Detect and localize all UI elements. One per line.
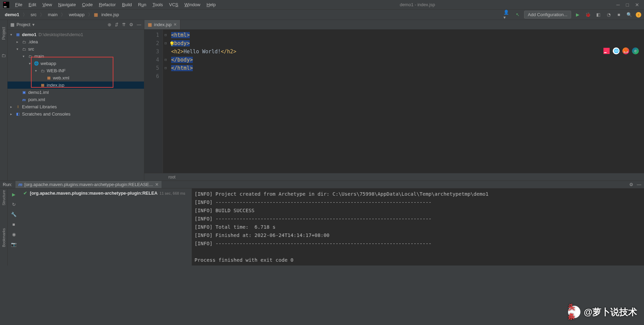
editor-breadcrumb[interactable]: root <box>144 173 644 181</box>
crumb-main[interactable]: main <box>46 11 59 18</box>
tree-src[interactable]: ▾🗀src <box>8 45 144 53</box>
watermark-logo-icon: 头条 <box>568 306 580 318</box>
maven-icon: m <box>18 182 22 187</box>
expand-all-icon[interactable]: ⇵ <box>115 22 119 27</box>
code-editor[interactable]: 123 456 ⊟⊟⊟⊟ 💡 <html> <body> <h2>Hello W… <box>144 30 644 173</box>
watermark: 头条 @萝卜说技术 <box>568 306 637 318</box>
run-tab[interactable]: m [org.apache.maven.plugins:maven-archet… <box>15 181 161 188</box>
intention-bulb-icon[interactable]: 💡 <box>169 40 175 48</box>
stop-run-icon[interactable]: ■ <box>12 222 15 227</box>
folder-icon[interactable]: 🗀 <box>1 53 6 58</box>
firefox-icon[interactable]: 🦊 <box>622 47 629 54</box>
breadcrumb: demo1〉 src〉 main〉 webapp〉 ▦ index.jsp <box>3 11 121 18</box>
navigation-bar: demo1〉 src〉 main〉 webapp〉 ▦ index.jsp 👤▾… <box>0 10 644 20</box>
tree-idea[interactable]: ▸🗀.idea <box>8 38 144 45</box>
run-hide-icon[interactable]: — <box>637 182 641 187</box>
tree-scratches[interactable]: ▸◧Scratches and Consoles <box>8 110 144 118</box>
collapse-all-icon[interactable]: ⇈ <box>122 22 126 27</box>
line-gutter: 123 456 <box>144 30 163 173</box>
menu-code[interactable]: Code <box>79 1 96 9</box>
window-controls: ─ □ ✕ <box>617 2 644 8</box>
user-icon[interactable]: 👤▾ <box>503 11 511 19</box>
run-icon[interactable]: ▶ <box>574 11 581 19</box>
jsp-file-icon: ▦ <box>148 22 152 27</box>
debug-icon[interactable]: 🐞 <box>584 11 592 19</box>
svg-rect-4 <box>604 52 607 53</box>
main-menu: FFileile Edit View Navigate Code Refacto… <box>12 1 219 9</box>
tree-webinf[interactable]: ▾🗀WEB-INF <box>8 67 144 74</box>
menu-tools[interactable]: Tools <box>150 1 166 9</box>
updates-icon[interactable]: ↑ <box>636 12 641 18</box>
project-panel-title[interactable]: ▦ Project ▾ <box>10 22 35 27</box>
profile-icon[interactable]: ◔ <box>605 11 612 19</box>
svg-rect-1 <box>4 2 6 3</box>
app-logo-icon <box>3 1 10 8</box>
minimize-button[interactable]: ─ <box>617 2 620 8</box>
editor-floating-icons: 🌐 🦊 e <box>603 47 639 54</box>
run-tool-window: Run: m [org.apache.maven.plugins:maven-a… <box>0 181 644 263</box>
tree-iml[interactable]: ▣demo1.iml <box>8 89 144 96</box>
project-icon: ▦ <box>10 22 14 27</box>
menu-navigate[interactable]: Navigate <box>55 1 78 9</box>
editor-area: ▦ index.jsp ✕ 123 456 ⊟⊟⊟⊟ 💡 <html> <bod… <box>144 20 644 181</box>
wrench-icon[interactable]: 🔧 <box>11 212 16 217</box>
menu-edit[interactable]: Edit <box>26 1 39 9</box>
menu-build[interactable]: Build <box>119 1 135 9</box>
rerun-arrow-icon[interactable]: ↻ <box>12 202 16 207</box>
title-bar: FFileile Edit View Navigate Code Refacto… <box>0 0 644 10</box>
maximize-button[interactable]: □ <box>626 2 629 8</box>
left-bottom-rail: Structure Bookmarks <box>0 181 8 240</box>
project-tree: ▾▦demo1D:\desktop\test\demo1 ▸🗀.idea ▾🗀s… <box>8 30 144 119</box>
editor-tab-indexjsp[interactable]: ▦ index.jsp ✕ <box>144 20 180 29</box>
console-output[interactable]: [INFO] Project created from Archetype in… <box>192 188 644 266</box>
tree-main[interactable]: ▾🗀main <box>8 53 144 60</box>
crumb-webapp[interactable]: webapp <box>67 11 87 18</box>
tree-indexjsp[interactable]: ▦index.jsp <box>8 82 144 89</box>
left-rail: Project 🗀 <box>0 20 8 181</box>
settings-icon[interactable]: ⚙ <box>129 22 133 27</box>
tree-pom[interactable]: mpom.xml <box>8 96 144 103</box>
rerun-icon[interactable]: ▶ <box>12 192 15 197</box>
intellij-icon[interactable] <box>603 47 610 54</box>
run-settings-icon[interactable]: ⚙ <box>629 182 633 187</box>
run-toolbar: ▶ ↻ 🔧 ■ ◉ 📷 <box>8 188 20 266</box>
svg-rect-2 <box>4 7 7 7</box>
crumb-indexjsp[interactable]: index.jsp <box>99 11 121 18</box>
coverage-icon[interactable]: ◧ <box>595 11 602 19</box>
tree-external-libs[interactable]: ▸⫴External Libraries <box>8 103 144 110</box>
camera-icon[interactable]: 📷 <box>11 242 16 247</box>
menu-run[interactable]: Run <box>135 1 149 9</box>
success-check-icon: ✔ <box>23 191 27 196</box>
tree-root[interactable]: ▾▦demo1D:\desktop\test\demo1 <box>8 31 144 38</box>
select-opened-icon[interactable]: ⊕ <box>108 22 111 27</box>
menu-refactor[interactable]: Refactor <box>96 1 119 9</box>
close-tab-icon[interactable]: ✕ <box>174 22 177 27</box>
menu-window[interactable]: Window <box>182 1 203 9</box>
stop-icon[interactable]: ■ <box>615 11 623 19</box>
menu-vcs[interactable]: VCS <box>166 1 181 9</box>
edge-icon[interactable]: e <box>632 47 639 54</box>
window-title: demo1 - index.jsp <box>219 2 617 7</box>
dump-icon[interactable]: ◉ <box>12 232 16 237</box>
search-icon[interactable]: 🔍 <box>625 11 633 19</box>
chrome-icon[interactable]: 🌐 <box>613 47 620 54</box>
project-tool-window: ▦ Project ▾ ⊕ ⇵ ⇈ ⚙ — ▾▦demo1D:\desktop\… <box>8 20 144 181</box>
menu-file[interactable]: FFileile <box>12 1 25 9</box>
svg-rect-3 <box>603 48 610 54</box>
fold-gutter: ⊟⊟⊟⊟ <box>163 30 168 173</box>
hide-icon[interactable]: — <box>137 22 141 27</box>
chevron-down-icon[interactable]: ▾ <box>32 22 35 27</box>
hammer-icon[interactable]: ↖ <box>514 11 521 19</box>
menu-help[interactable]: Help <box>204 1 219 9</box>
crumb-src[interactable]: src <box>29 11 38 18</box>
add-configuration-button[interactable]: Add Configuration... <box>524 11 571 19</box>
rail-bookmarks-label[interactable]: Bookmarks <box>2 228 6 247</box>
menu-view[interactable]: View <box>40 1 55 9</box>
close-button[interactable]: ✕ <box>635 2 639 8</box>
rail-project-label[interactable]: Project <box>1 27 6 40</box>
tree-webxml[interactable]: ▦web.xml <box>8 74 144 82</box>
crumb-demo1[interactable]: demo1 <box>3 11 21 18</box>
tree-webapp[interactable]: ▾🌐webapp <box>8 60 144 67</box>
rail-structure-label[interactable]: Structure <box>2 190 6 206</box>
close-run-tab-icon[interactable]: ✕ <box>155 182 159 187</box>
